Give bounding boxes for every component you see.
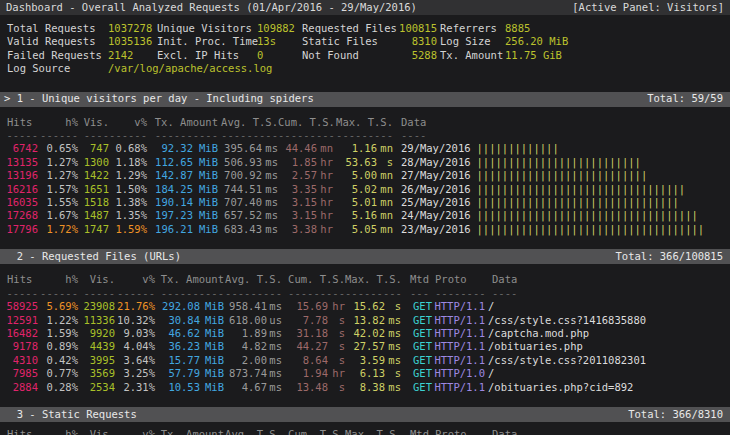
cell-max-ts: 5.01 bbox=[333, 196, 377, 209]
summary-label: Unique Visitors bbox=[157, 22, 257, 35]
cell-tx-unit: MiB bbox=[200, 300, 224, 313]
visitors-table-row[interactable]: 131351.27%13001.18%112.65MiB506.93ms1.85… bbox=[0, 156, 730, 169]
cell-method: GET bbox=[401, 367, 432, 380]
summary-value: 100815 bbox=[394, 22, 437, 35]
cell-cum-unit: hr bbox=[317, 223, 333, 236]
cell-method: GET bbox=[401, 314, 432, 327]
summary-value: 5288 bbox=[394, 49, 437, 62]
col-hpct: h% bbox=[38, 116, 78, 129]
cell-avg-ts: 618.00 bbox=[224, 314, 267, 327]
cell-cum-unit: hr bbox=[317, 196, 333, 209]
cell-max-ts: 8.38 bbox=[345, 381, 385, 394]
summary-value: 2142 bbox=[108, 49, 157, 62]
dash: ---- bbox=[401, 129, 426, 142]
cell-tx-unit: MiB bbox=[193, 142, 218, 155]
dash: ---------- bbox=[155, 287, 224, 300]
cell-tx-unit: MiB bbox=[193, 196, 218, 209]
cell-tx-amount: 190.14 bbox=[147, 196, 193, 209]
cell-tx-amount: 30.84 bbox=[155, 314, 200, 327]
cell-max-unit: mn bbox=[377, 183, 393, 196]
cell-max-ts: 6.13 bbox=[345, 367, 385, 380]
cell-hpct: 0.42% bbox=[38, 354, 78, 367]
cell-url: /obituaries.php bbox=[488, 340, 583, 353]
cell-vpct: 21.76% bbox=[115, 300, 155, 313]
cell-max-unit: ms bbox=[385, 327, 401, 340]
col-hpct: h% bbox=[38, 273, 78, 286]
col-vis: Vis. bbox=[78, 116, 109, 129]
cell-cum-unit: hr bbox=[317, 169, 333, 182]
cell-vpct: 4.04% bbox=[115, 340, 155, 353]
cell-tx-unit: MiB bbox=[193, 169, 218, 182]
cell-avg-unit: ms bbox=[267, 340, 282, 353]
requested-files-table-row[interactable]: 125911.22%1133610.32%30.84MiB618.00us7.7… bbox=[0, 314, 730, 327]
col-protocol: Proto bbox=[432, 428, 485, 435]
cell-visitors: 3569 bbox=[78, 367, 115, 380]
requested-files-table-row[interactable]: 589255.69%2390821.76%292.08MiB958.41ms15… bbox=[0, 300, 730, 313]
panel2-column-headers: Hitsh%Vis.v%Tx. AmountAvg. T.S.Cum. T.S.… bbox=[0, 273, 730, 286]
cell-max-unit: mn bbox=[377, 142, 393, 155]
visitors-table-row[interactable]: 160351.55%15181.38%190.14MiB707.40ms3.15… bbox=[0, 196, 730, 209]
visitors-table-row[interactable]: 67420.65%7470.68%92.32MiB395.64ms44.46mn… bbox=[0, 142, 730, 155]
cell-vpct: 1.29% bbox=[109, 169, 147, 182]
cell-date: 23/May/2016 bbox=[401, 223, 471, 236]
cell-vpct: 10.32% bbox=[115, 314, 155, 327]
cell-protocol: HTTP/1.1 bbox=[432, 314, 485, 327]
cell-tx-unit: MiB bbox=[200, 340, 224, 353]
panel1-total: Total: 59/59 bbox=[647, 92, 723, 105]
cell-vpct: 2.31% bbox=[115, 381, 155, 394]
cell-visitors: 747 bbox=[78, 142, 109, 155]
summary-value: 1037278 bbox=[108, 22, 157, 35]
hits-bar: ||||||||||||| bbox=[477, 142, 559, 155]
cell-tx-unit: MiB bbox=[193, 223, 218, 236]
panel2-total: Total: 366/100815 bbox=[616, 250, 723, 263]
cell-max-ts: 13.82 bbox=[345, 314, 385, 327]
cell-tx-amount: 196.21 bbox=[147, 223, 193, 236]
cell-max-unit: mn bbox=[377, 169, 393, 182]
cell-cum-ts: 2.57 bbox=[278, 169, 317, 182]
cell-method: GET bbox=[401, 381, 432, 394]
cell-url: /css/style.css?1416835880 bbox=[488, 314, 646, 327]
cell-avg-unit: ms bbox=[262, 223, 278, 236]
cell-hpct: 1.72% bbox=[38, 223, 78, 236]
requested-files-table-row[interactable]: 43100.42%39953.64%15.77MiB2.00ms8.64s3.5… bbox=[0, 354, 730, 367]
panel2-header[interactable]: 2 - Requested Files (URLs) Total: 366/10… bbox=[0, 249, 730, 264]
cell-tx-amount: 57.79 bbox=[155, 367, 200, 380]
cell-visitors: 1518 bbox=[78, 196, 109, 209]
cell-hpct: 1.55% bbox=[38, 196, 78, 209]
cell-visitors: 1747 bbox=[78, 223, 109, 236]
dash: ---- bbox=[492, 287, 517, 300]
summary-value: 11.75 GiB bbox=[505, 49, 562, 62]
requested-files-table-row[interactable]: 91780.89%44394.04%36.23MiB4.82ms44.27s27… bbox=[0, 340, 730, 353]
visitors-table-row[interactable]: 131961.27%14221.29%142.87MiB700.92ms2.57… bbox=[0, 169, 730, 182]
requested-files-table-row[interactable]: 79850.77%35693.25%57.79MiB873.74ms1.94hr… bbox=[0, 367, 730, 380]
visitors-table-row[interactable]: 172681.67%14871.35%197.23MiB657.52ms3.15… bbox=[0, 209, 730, 222]
cell-method: GET bbox=[401, 327, 432, 340]
col-avg-ts: Avg. T.S. bbox=[224, 273, 282, 286]
visitors-table-row[interactable]: 162161.57%16511.50%184.25MiB744.51ms3.35… bbox=[0, 183, 730, 196]
dash: ------ bbox=[109, 129, 147, 142]
cell-avg-ts: 1.89 bbox=[224, 327, 267, 340]
dash: ----- bbox=[0, 287, 38, 300]
summary-value: 13s bbox=[257, 35, 302, 48]
cell-avg-ts: 744.51 bbox=[218, 183, 262, 196]
cell-visitors: 3995 bbox=[78, 354, 115, 367]
cell-avg-unit: ms bbox=[262, 142, 278, 155]
cell-method: GET bbox=[401, 354, 432, 367]
cell-vpct: 1.35% bbox=[109, 209, 147, 222]
cell-vpct: 1.18% bbox=[109, 156, 147, 169]
cell-hits: 58925 bbox=[0, 300, 38, 313]
panel1-header[interactable]: > 1 - Unique visitors per day - Includin… bbox=[0, 92, 730, 107]
hits-bar: |||||||||||||||||||||||||||||||||||| bbox=[477, 223, 705, 236]
summary-value: 8310 bbox=[394, 35, 437, 48]
col-cum-ts: Cum. T.S. bbox=[282, 428, 345, 435]
col-data: Data bbox=[492, 428, 517, 435]
col-vpct: v% bbox=[115, 273, 155, 286]
col-data: Data bbox=[401, 116, 426, 129]
summary-label: Failed Requests bbox=[0, 49, 108, 62]
visitors-table-row[interactable]: 177961.72%17471.59%196.21MiB683.43ms3.38… bbox=[0, 223, 730, 236]
requested-files-table-row[interactable]: 28840.28%25342.31%10.53MiB4.67ms13.48s8.… bbox=[0, 381, 730, 394]
cell-avg-unit: ms bbox=[267, 354, 282, 367]
requested-files-table-row[interactable]: 164821.59%99209.03%46.62MiB1.89ms31.18s4… bbox=[0, 327, 730, 340]
panel3-header[interactable]: 3 - Static Requests Total: 366/8310 bbox=[0, 407, 730, 422]
summary-row: Valid Requests1035136Init. Proc. Time13s… bbox=[0, 35, 730, 48]
